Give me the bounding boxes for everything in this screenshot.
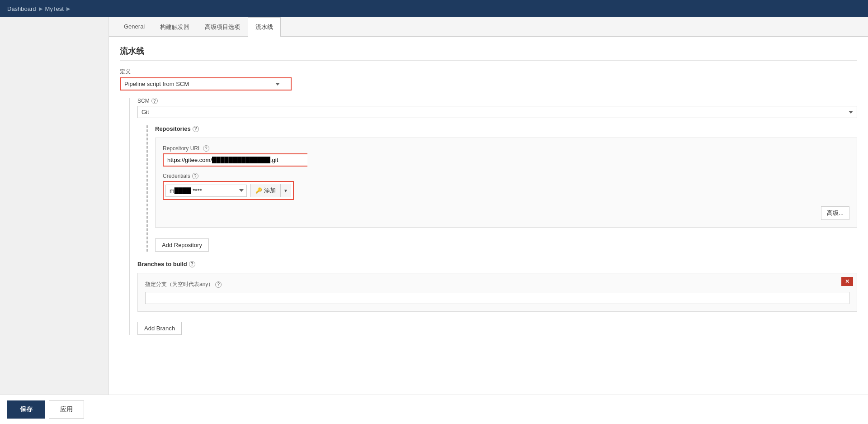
breadcrumb-mytest[interactable]: MyTest (45, 5, 64, 12)
apply-button[interactable]: 应用 (49, 400, 84, 419)
branches-label: Branches to build ? (137, 261, 857, 267)
repository-box: Repository URL ? https://gitee.com/█████… (155, 138, 857, 228)
scm-section: SCM ? None Git Subversion Repositories ? (129, 98, 857, 335)
page-title: 流水线 (120, 46, 857, 57)
branch-field-label: 指定分支（为空时代表any） ? (145, 281, 849, 288)
definition-select-wrapper: Pipeline script from SCM Pipeline script (120, 77, 292, 91)
repositories-label: Repositories ? (155, 125, 857, 132)
repositories-help-icon[interactable]: ? (193, 126, 199, 132)
branches-section: Branches to build ? ✕ 指定分支（为空时代表any） ? *… (137, 261, 857, 335)
scm-select[interactable]: None Git Subversion (137, 106, 857, 118)
definition-select[interactable]: Pipeline script from SCM Pipeline script (121, 78, 283, 90)
add-credentials-button[interactable]: 🔑 添加 (251, 184, 281, 197)
add-repository-button[interactable]: Add Repository (155, 238, 209, 252)
delete-branch-button[interactable]: ✕ (841, 277, 853, 286)
repo-url-label: Repository URL ? (163, 145, 849, 152)
tab-build-triggers[interactable]: 构建触发器 (152, 17, 197, 37)
advanced-button[interactable]: 高级... (821, 206, 849, 220)
breadcrumb-dashboard[interactable]: Dashboard (7, 5, 36, 12)
tab-pipeline[interactable]: 流水线 (248, 17, 281, 37)
breadcrumb-sep-2: ▶ (66, 6, 70, 12)
credentials-row: - 无 - m████ **** 🔑 添加 ▼ (163, 181, 294, 200)
repositories-section: Repositories ? Repository URL ? https://… (146, 125, 857, 252)
tabs-bar: General 构建触发器 高级项目选项 流水线 (109, 17, 868, 37)
breadcrumb-bar: Dashboard ▶ MyTest ▶ (0, 0, 868, 17)
tab-general[interactable]: General (116, 17, 152, 37)
credentials-select[interactable]: - 无 - m████ **** (165, 185, 247, 197)
branch-help-icon[interactable]: ? (215, 281, 222, 288)
add-branch-button[interactable]: Add Branch (137, 322, 182, 335)
main-area: General 构建触发器 高级项目选项 流水线 流水线 定义 Pipeline… (0, 17, 868, 424)
left-sidebar (0, 17, 108, 424)
add-btn-group: 🔑 添加 ▼ (250, 184, 291, 197)
repo-url-input-wrapper: https://gitee.com/██████████████.git (163, 153, 307, 167)
credentials-label: Credentials ? (163, 173, 849, 179)
page-content: 流水线 定义 Pipeline script from SCM Pipeline… (109, 37, 868, 344)
save-button[interactable]: 保存 (7, 400, 45, 419)
key-icon: 🔑 (255, 187, 262, 194)
action-bar: 保存 应用 (0, 395, 868, 424)
breadcrumb-sep-1: ▶ (39, 6, 42, 12)
scm-help-icon[interactable]: ? (151, 98, 158, 104)
tab-advanced-options[interactable]: 高级项目选项 (197, 17, 248, 37)
credentials-help-icon[interactable]: ? (192, 173, 198, 179)
repo-url-input[interactable]: https://gitee.com/██████████████.git (164, 154, 307, 166)
repo-url-help-icon[interactable]: ? (203, 145, 209, 152)
branches-help-icon[interactable]: ? (189, 261, 195, 267)
title-divider (120, 60, 857, 61)
add-credentials-arrow[interactable]: ▼ (281, 184, 291, 197)
branch-input[interactable]: */master (145, 292, 849, 304)
scm-label: SCM ? (137, 98, 857, 104)
definition-label: 定义 (120, 68, 857, 76)
advanced-area: 高级... (163, 206, 849, 220)
content-area: General 构建触发器 高级项目选项 流水线 流水线 定义 Pipeline… (108, 17, 868, 424)
